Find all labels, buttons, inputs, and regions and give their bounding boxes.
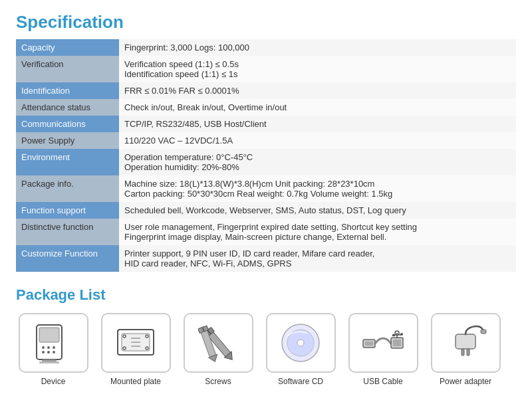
svg-rect-31 [365,342,373,346]
svg-rect-41 [467,349,469,356]
svg-point-6 [47,351,50,354]
svg-rect-40 [462,349,464,356]
svg-point-7 [53,351,55,354]
package-label-5: Power adapter [440,377,491,386]
package-item-2: Screws [181,313,255,386]
spec-label-9: Distinctive function [16,219,119,245]
package-item-0: Device [16,313,90,386]
spec-value-3: Check in/out, Break in/out, Overtime in/… [119,99,516,116]
package-list: Device Mounted plate [16,313,516,386]
svg-rect-39 [456,334,475,349]
spec-label-0: Capacity [16,39,119,56]
spec-label-4: Communications [16,116,119,132]
specification-table: CapacityFingerprint: 3,000 Logs: 100,000… [16,39,516,272]
svg-rect-42 [481,330,486,334]
svg-rect-1 [39,328,59,342]
spec-label-7: Package info. [16,175,119,202]
package-item-4: USB Cable [346,313,420,386]
device-icon [19,313,88,373]
spec-value-9: User role management, Fingerprint expire… [119,219,516,245]
spec-value-2: FRR ≤ 0.01% FAR ≤ 0.0001% [119,82,516,99]
svg-point-3 [47,346,50,349]
specification-title: Specification [16,12,516,33]
spec-value-1: Verification speed (1:1) ≤ 0.5sIdentific… [119,56,516,82]
package-label-2: Screws [205,377,231,386]
package-label-0: Device [41,377,66,386]
svg-rect-9 [39,361,59,363]
spec-value-10: Printer support, 9 PIN user ID, ID card … [119,245,516,272]
svg-rect-37 [392,334,395,336]
spec-label-6: Environment [16,149,119,175]
svg-point-4 [53,346,55,349]
package-item-1: Mounted plate [98,313,173,386]
spec-value-7: Machine size: 18(L)*13.8(W)*3.8(H)cm Uni… [119,175,516,202]
svg-point-29 [297,340,304,346]
svg-point-5 [42,351,45,354]
spec-value-4: TCP/IP, RS232/485, USB Host/Client [119,116,516,132]
software-cd-icon [266,313,336,373]
package-label-3: Software CD [278,377,323,386]
spec-label-10: Customize Function [16,245,119,272]
spec-label-1: Verification [16,56,119,82]
svg-point-2 [42,346,45,349]
package-label-1: Mounted plate [110,377,161,386]
spec-label-8: Function support [16,202,119,219]
package-list-title: Package List [16,286,516,304]
svg-point-38 [400,333,403,336]
power-adapter-icon [431,313,501,373]
usb-cable-icon [348,313,418,373]
spec-value-8: Scheduled bell, Workcode, Webserver, SMS… [119,202,516,219]
package-label-4: USB Cable [363,377,402,386]
package-item-3: Software CD [263,313,338,386]
spec-label-2: Identification [16,82,119,99]
spec-label-3: Attendance status [16,99,119,116]
package-item-5: Power adapter [428,313,503,386]
spec-label-5: Power Supply [16,132,119,149]
spec-value-0: Fingerprint: 3,000 Logs: 100,000 [119,39,516,56]
screws-icon [184,313,253,373]
spec-value-5: 110/220 VAC – 12VDC/1.5A [119,132,516,149]
svg-rect-33 [393,340,401,346]
mounted-plate-icon [101,313,171,373]
spec-value-6: Operation temperature: 0°C-45°COperation… [119,149,516,175]
